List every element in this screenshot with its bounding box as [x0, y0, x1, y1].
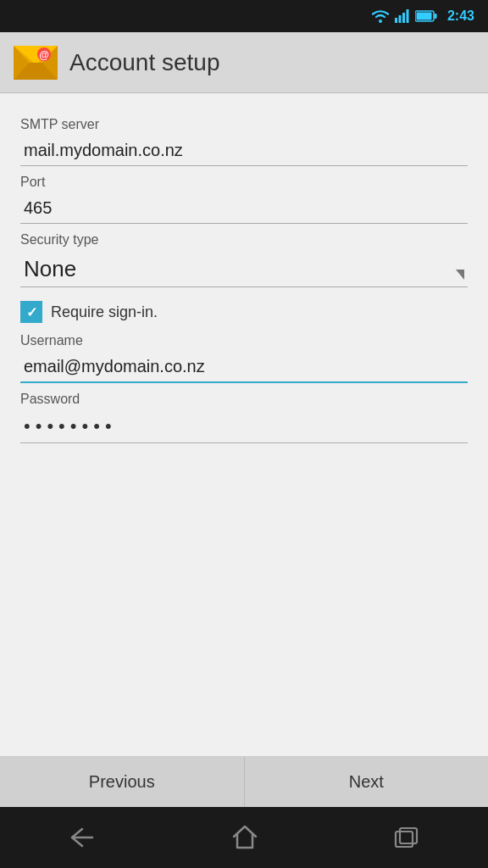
svg-rect-4 [406, 9, 408, 23]
port-input[interactable] [20, 193, 468, 224]
security-select-container[interactable]: None SSL/TLS STARTTLS [20, 251, 468, 287]
status-bar: 2:43 [0, 0, 488, 32]
security-field-group: Security type None SSL/TLS STARTTLS [20, 232, 468, 287]
require-signin-label: Require sign-in. [51, 303, 158, 321]
svg-rect-7 [416, 13, 431, 20]
require-signin-checkbox[interactable]: ✓ [20, 301, 42, 323]
next-button[interactable]: Next [245, 757, 489, 807]
email-app-icon: @ [14, 46, 58, 80]
battery-icon [415, 10, 437, 22]
smtp-field-group: SMTP server [20, 117, 468, 166]
status-time: 2:43 [447, 8, 474, 24]
page-title: Account setup [69, 49, 219, 76]
svg-rect-16 [396, 832, 413, 847]
svg-rect-1 [395, 18, 397, 23]
nav-button-row: Previous Next [0, 756, 488, 807]
form-content: SMTP server Port Security type None SSL/… [0, 93, 488, 756]
username-field-group: Username [20, 333, 468, 383]
password-input[interactable] [20, 410, 468, 443]
password-field-group: Password [20, 392, 468, 443]
back-icon [69, 826, 96, 849]
smtp-input[interactable] [20, 136, 468, 166]
app-header: @ Account setup [0, 32, 488, 93]
signal-icon [395, 9, 410, 23]
wifi-icon [371, 9, 390, 23]
security-label: Security type [20, 232, 468, 248]
smtp-label: SMTP server [20, 117, 468, 132]
password-label: Password [20, 392, 468, 407]
previous-button[interactable]: Previous [0, 757, 245, 807]
svg-rect-3 [402, 13, 405, 23]
username-label: Username [20, 333, 468, 348]
svg-rect-2 [398, 15, 401, 23]
checkmark-icon: ✓ [26, 304, 37, 320]
svg-point-0 [379, 19, 382, 23]
home-button[interactable] [232, 825, 258, 850]
home-icon [232, 825, 258, 850]
port-label: Port [20, 175, 468, 190]
require-signin-row[interactable]: ✓ Require sign-in. [20, 301, 468, 323]
system-nav-bar [0, 807, 488, 868]
security-select[interactable]: None SSL/TLS STARTTLS [20, 251, 468, 287]
svg-rect-17 [400, 828, 417, 843]
recents-icon [394, 826, 419, 849]
port-field-group: Port [20, 175, 468, 224]
back-button[interactable] [69, 826, 96, 849]
svg-rect-6 [434, 14, 436, 19]
status-icons: 2:43 [371, 8, 474, 24]
recents-button[interactable] [394, 826, 419, 849]
svg-text:@: @ [39, 49, 49, 61]
username-input[interactable] [20, 352, 468, 383]
